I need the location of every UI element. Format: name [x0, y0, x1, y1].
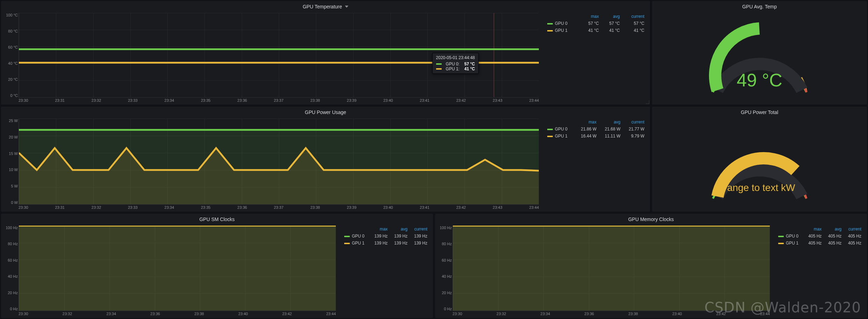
panel-gpu-power-total[interactable]: GPU Power Total range to text kW: [652, 107, 867, 212]
panel-gpu-power-usage[interactable]: GPU Power Usage 25 W 20 W 15 W 10 W 5 W …: [1, 107, 650, 212]
panel-title[interactable]: GPU Power Total: [652, 107, 867, 116]
tooltip-row: GPU 0: 57 °C: [436, 62, 475, 66]
panel-title-text: GPU Temperature: [303, 4, 342, 9]
x-axis: 23:3023:3123:3223:3323:3423:3523:3623:37…: [19, 98, 539, 104]
panel-title-text: GPU Power Usage: [305, 109, 346, 115]
y-axis: 25 W 20 W 15 W 10 W 5 W 0 W: [2, 116, 18, 205]
x-axis: 23:3023:3123:3223:3323:3423:3523:3623:37…: [19, 205, 539, 211]
chart-area-gpu-sm-clocks[interactable]: 100 Hz 80 Hz 60 Hz 40 Hz 20 Hz 0 Hz 23:3…: [1, 224, 339, 318]
panel-title[interactable]: GPU SM Clocks: [1, 214, 433, 224]
panel-title-text: GPU SM Clocks: [199, 217, 234, 222]
legend-row[interactable]: GPU 0 57 °C 57 °C 57 °C: [545, 20, 646, 27]
y-axis: 100 °C 80 °C 60 °C 40 °C 20 °C 0 °C: [2, 11, 18, 98]
legend-row[interactable]: GPU 1 405 Hz 405 Hz 405 Hz: [776, 240, 863, 247]
legend-table: max avg current GPU 0 57 °C 57 °C 57 °C …: [545, 13, 646, 34]
gauge-body: 49 °C: [652, 11, 867, 105]
panel-title-text: GPU Power Total: [741, 109, 778, 115]
resize-handle-icon[interactable]: [646, 100, 649, 104]
plot[interactable]: [453, 226, 770, 311]
gauge-value: 49 °C: [652, 70, 867, 91]
legend-gpu-temperature: max avg current GPU 0 57 °C 57 °C 57 °C …: [542, 11, 650, 105]
panel-title[interactable]: GPU Avg. Temp: [652, 1, 867, 11]
legend-gpu-memory-clocks: max avg current GPU 0 405 Hz 405 Hz 405 …: [773, 224, 867, 318]
y-axis: 100 Hz 80 Hz 60 Hz 40 Hz 20 Hz 0 Hz: [436, 224, 452, 311]
legend-gpu-power-usage: max avg current GPU 0 21.86 W 21.68 W 21…: [542, 116, 650, 212]
legend-row[interactable]: GPU 0 21.86 W 21.68 W 21.77 W: [545, 126, 646, 133]
legend-row[interactable]: GPU 0 139 Hz 139 Hz 139 Hz: [342, 233, 429, 240]
panel-gpu-memory-clocks[interactable]: GPU Memory Clocks 100 Hz 80 Hz 60 Hz 40 …: [435, 214, 867, 318]
panel-title[interactable]: GPU Temperature: [1, 1, 650, 11]
tooltip-row: GPU 1: 41 °C: [436, 66, 475, 71]
chart-area-gpu-memory-clocks[interactable]: 100 Hz 80 Hz 60 Hz 40 Hz 20 Hz 0 Hz 23:3…: [435, 224, 773, 318]
chevron-down-icon: [345, 6, 348, 8]
x-axis: 23:3023:3223:3423:3623:3823:4023:4223:44: [19, 312, 336, 317]
tooltip-date: 2020-05-01 23:44:48: [436, 55, 475, 60]
panel-title[interactable]: GPU Memory Clocks: [435, 214, 867, 224]
panel-gpu-avg-temp[interactable]: GPU Avg. Temp 49 °C: [652, 1, 867, 105]
legend-table: max avg current GPU 0 139 Hz 139 Hz 139 …: [342, 226, 429, 247]
panel-title[interactable]: GPU Power Usage: [1, 107, 650, 116]
legend-row[interactable]: GPU 0 405 Hz 405 Hz 405 Hz: [776, 233, 863, 240]
legend-gpu-sm-clocks: max avg current GPU 0 139 Hz 139 Hz 139 …: [339, 224, 433, 318]
panel-title-text: GPU Memory Clocks: [628, 217, 674, 222]
x-axis: 23:3023:3223:3423:3623:3823:4023:4223:44: [453, 312, 770, 317]
chart-area-gpu-temperature[interactable]: 100 °C 80 °C 60 °C 40 °C 20 °C 0 °C 23:3…: [1, 11, 542, 105]
legend-row[interactable]: GPU 1 16.44 W 11.11 W 9.79 W: [545, 133, 646, 140]
legend-table: max avg current GPU 0 405 Hz 405 Hz 405 …: [776, 226, 863, 247]
legend-table: max avg current GPU 0 21.86 W 21.68 W 21…: [545, 119, 646, 140]
legend-row[interactable]: GPU 1 41 °C 41 °C 41 °C: [545, 27, 646, 34]
panel-gpu-sm-clocks[interactable]: GPU SM Clocks 100 Hz 80 Hz 60 Hz 40 Hz 2…: [1, 214, 433, 318]
plot[interactable]: [19, 119, 539, 205]
tooltip: 2020-05-01 23:44:48 GPU 0: 57 °C GPU 1: …: [432, 53, 479, 74]
plot[interactable]: [19, 226, 336, 311]
gauge-body: range to text kW: [652, 116, 867, 212]
legend-row[interactable]: GPU 1 139 Hz 139 Hz 139 Hz: [342, 240, 429, 247]
panel-gpu-temperature[interactable]: GPU Temperature 100 °C 80 °C 60 °C 40 °C…: [1, 1, 650, 105]
gauge-value: range to text kW: [652, 182, 867, 193]
y-axis: 100 Hz 80 Hz 60 Hz 40 Hz 20 Hz 0 Hz: [2, 224, 18, 311]
gauge-svg: [686, 119, 833, 210]
panel-title-text: GPU Avg. Temp: [742, 4, 777, 9]
chart-area-gpu-power-usage[interactable]: 25 W 20 W 15 W 10 W 5 W 0 W 23:3023:3123…: [1, 116, 542, 212]
